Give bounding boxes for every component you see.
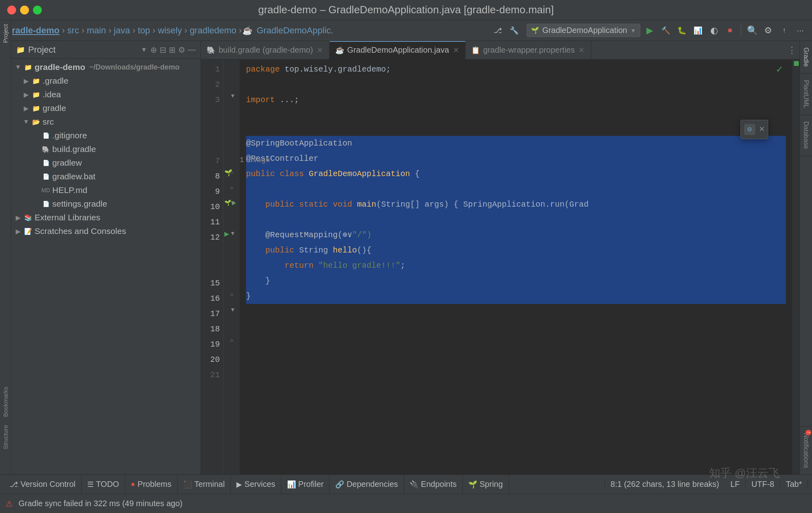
tree-item-gradle[interactable]: ▶ 📁 gradle [11, 101, 201, 115]
profiler-icon: 📊 [287, 480, 296, 489]
plantuml-panel-label[interactable]: PlantUML [800, 74, 812, 115]
tabs-menu-icon[interactable]: ⋮ [787, 45, 796, 55]
dependencies-tab[interactable]: 🔗 Dependencies [330, 475, 404, 494]
structure-side-label[interactable]: Structure [2, 421, 9, 453]
tree-item-build-gradle[interactable]: ▶ 🐘 build.gradle [11, 142, 201, 156]
tree-item-external-libs[interactable]: ▶ 📚 External Libraries [11, 211, 201, 224]
bat-icon: 📄 [41, 172, 51, 181]
notifications-panel-label[interactable]: Notifications ! [800, 426, 812, 474]
profiler-tab[interactable]: 📊 Profiler [281, 475, 330, 494]
fold-icon-9[interactable]: ○ [230, 184, 233, 191]
maximize-button[interactable] [33, 6, 42, 14]
charset[interactable]: UTF-8 [746, 480, 780, 489]
fold-icon-19[interactable]: ○ [230, 337, 233, 343]
fold-icon-16[interactable]: ○ [230, 291, 233, 298]
line-ending[interactable]: LF [725, 480, 746, 489]
app-window: gradle-demo – GradleDemoApplication.java… [0, 0, 812, 513]
tab-close-button[interactable]: ✕ [452, 47, 459, 54]
breadcrumb-top[interactable]: top [136, 25, 152, 37]
tree-label: .idea [43, 90, 61, 99]
minimize-button[interactable] [20, 6, 29, 14]
debug-button[interactable]: 🐛 [675, 24, 689, 37]
arrow-icon: ▼ [14, 64, 22, 71]
spring-tab[interactable]: 🌱 Spring [463, 475, 509, 494]
version-control-tab[interactable]: ⎇ Version Control [4, 475, 82, 494]
tab-gradle-demo-app[interactable]: ☕ GradleDemoApplication.java ✕ [330, 41, 465, 59]
tree-item-help-md[interactable]: ▶ MD HELP.md [11, 183, 201, 197]
fold-icon-10[interactable]: ▼ [230, 199, 236, 206]
panel-dropdown-icon[interactable]: ▼ [141, 46, 147, 53]
tree-label: gradlew.bat [52, 172, 95, 181]
tools-button[interactable]: 🔧 [507, 24, 521, 37]
vcs-button[interactable]: ⎇ [491, 24, 505, 37]
line-num: 20 [201, 352, 220, 367]
tree-item-gitignore[interactable]: ▶ 📄 .gitignore [11, 129, 201, 142]
fold-icon-12[interactable]: ▼ [230, 230, 236, 236]
tree-item-settings-gradle[interactable]: ▶ 📄 settings.gradle [11, 197, 201, 211]
indent[interactable]: Tab* [780, 480, 808, 489]
tree-label: External Libraries [35, 213, 100, 222]
tree-item-gradlew-bat[interactable]: ▶ 📄 gradlew.bat [11, 170, 201, 183]
popup-copy-icon[interactable]: ⚙ [744, 124, 755, 135]
tab-close-button[interactable]: ✕ [578, 47, 585, 54]
run-button[interactable]: ▶ [643, 24, 656, 37]
project-panel-title: Project [28, 45, 137, 55]
breadcrumb-main[interactable]: main [85, 25, 108, 37]
cursor-position[interactable]: 8:1 (262 chars, 13 line breaks) [605, 480, 725, 489]
code-line-9: @RestController [246, 151, 786, 166]
tab-gradle-wrapper[interactable]: 📋 gradle-wrapper.properties ✕ [465, 41, 591, 59]
deps-icon: 🔗 [335, 480, 344, 489]
breadcrumb-file[interactable]: GradleDemoApplic. [255, 25, 335, 37]
breadcrumb-gradledemo[interactable]: gradledemo [188, 25, 238, 37]
hide-icon[interactable]: — [188, 45, 196, 55]
expand-icon[interactable]: ⊞ [169, 45, 176, 55]
tree-item-gradlew[interactable]: ▶ 📄 gradlew [11, 156, 201, 170]
tree-item-gradle-dir[interactable]: ▶ 📁 .gradle [11, 74, 201, 88]
database-panel-label[interactable]: Database [800, 115, 812, 156]
gradle-icon: 📄 [41, 199, 51, 209]
tree-root[interactable]: ▼ 📁 gradle-demo ~/Downloads/gradle-demo [11, 60, 201, 74]
stop-button[interactable]: ■ [723, 24, 737, 37]
run-gutter-icon[interactable]: ▶ [224, 230, 229, 237]
endpoints-tab[interactable]: 🔌 Endpoints [404, 475, 463, 494]
problems-tab[interactable]: ● Problems [125, 475, 177, 494]
todo-tab[interactable]: ☰ TODO [82, 475, 125, 494]
breadcrumb-src[interactable]: src [66, 25, 80, 37]
tab-icon: 📋 [471, 46, 480, 55]
code-line-3: import ...; [246, 92, 786, 108]
project-side-label[interactable]: Project [2, 20, 9, 47]
breadcrumb-java[interactable]: java [112, 25, 131, 37]
right-gutter [792, 60, 800, 474]
terminal-tab[interactable]: ⬛ Terminal [178, 475, 231, 494]
services-tab[interactable]: ▶ Services [231, 475, 281, 494]
popup-close-button[interactable]: ✕ [759, 122, 765, 137]
settings-button[interactable]: ⚙ [761, 24, 775, 37]
add-content-icon[interactable]: ⊕ [150, 45, 157, 55]
tree-item-idea[interactable]: ▶ 📁 .idea [11, 88, 201, 101]
coverage-button[interactable]: 📊 [691, 24, 705, 37]
gradle-panel-label[interactable]: Gradle [800, 41, 812, 74]
tab-build-gradle[interactable]: 🐘 build.gradle (gradle-demo) ✕ [201, 41, 330, 59]
tab-label: build.gradle (gradle-demo) [219, 45, 313, 55]
fold-icon-8[interactable]: ○ [230, 169, 233, 175]
more-button[interactable]: ⋯ [794, 24, 807, 37]
close-button[interactable] [7, 6, 16, 14]
line-num: 8 [201, 169, 220, 184]
collapse-icon[interactable]: ⊟ [160, 45, 166, 55]
run-config-selector[interactable]: 🌱 GradleDemoApplication ▼ [527, 24, 640, 37]
settings-icon[interactable]: ⚙ [178, 45, 185, 55]
breadcrumb-root[interactable]: gradle-demo [5, 25, 61, 37]
search-button[interactable]: 🔍 [745, 24, 759, 37]
profile-button[interactable]: ◐ [707, 24, 721, 37]
tree-label: .gitignore [52, 131, 87, 140]
code-editor[interactable]: ✓ 1 usage package top.wisely.gradledemo;… [240, 60, 792, 474]
breadcrumb-wisely[interactable]: wisely [156, 25, 184, 37]
tree-item-src[interactable]: ▼ 📂 src [11, 115, 201, 129]
tree-item-scratches[interactable]: ▶ 📝 Scratches and Consoles [11, 224, 201, 238]
bookmarks-side-label[interactable]: Bookmarks [2, 383, 9, 421]
build-button[interactable]: 🔨 [659, 24, 673, 37]
fold-icon-17[interactable]: ▼ [230, 306, 236, 313]
fold-icon-3[interactable]: ▼ [230, 92, 236, 99]
update-button[interactable]: ↑ [777, 24, 791, 37]
tab-close-button[interactable]: ✕ [316, 47, 324, 54]
